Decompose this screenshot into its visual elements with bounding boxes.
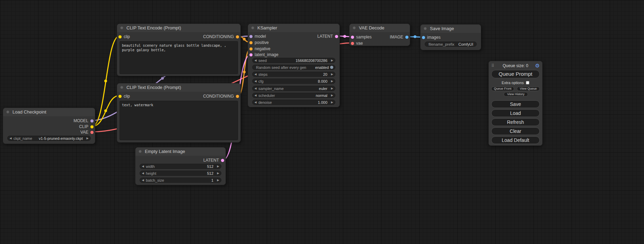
clear-button[interactable]: Clear <box>491 127 540 135</box>
increment-arrow-icon[interactable]: ▶ <box>215 172 221 175</box>
decrement-arrow-icon[interactable]: ◀ <box>140 165 146 168</box>
widget-height[interactable]: ◀ height 512 ▶ <box>140 171 221 176</box>
decrement-arrow-icon[interactable]: ◀ <box>140 179 146 182</box>
node-ksampler[interactable]: KSampler model positive negative latent_… <box>248 24 340 107</box>
output-slot-image[interactable]: IMAGE <box>350 34 410 40</box>
widget-steps[interactable]: ◀ steps 20 ▶ <box>252 72 335 77</box>
output-slot-latent[interactable]: LATENT <box>135 157 226 163</box>
output-slot-conditioning[interactable]: CONDITIONING <box>117 93 240 99</box>
input-slot-images[interactable]: images <box>421 35 481 40</box>
widget-value: 1.000 <box>272 100 329 105</box>
widget-random-seed-toggle[interactable]: Random seed after every gen enabled <box>252 65 335 70</box>
refresh-button[interactable]: Refresh <box>491 118 540 126</box>
widget-value: ComfyUI <box>455 42 476 46</box>
increment-arrow-icon[interactable]: ▶ <box>329 101 335 104</box>
increment-arrow-icon[interactable]: ▶ <box>85 137 90 140</box>
input-slot-vae[interactable]: vae <box>350 40 410 46</box>
node-clip-text-encode-positive[interactable]: CLIP Text Encode (Prompt) clip CONDITION… <box>117 24 241 76</box>
input-slot-latent-image[interactable]: latent_image <box>248 52 339 57</box>
increment-arrow-icon[interactable]: ▶ <box>329 80 335 83</box>
queue-prompt-button[interactable]: Queue Prompt <box>491 70 540 78</box>
widget-denoise[interactable]: ◀ denoise 1.000 ▶ <box>252 100 335 105</box>
decrement-arrow-icon[interactable]: ◀ <box>253 94 258 97</box>
save-button[interactable]: Save <box>491 100 540 108</box>
collapse-dot[interactable] <box>139 150 142 153</box>
collapse-dot[interactable] <box>120 86 123 89</box>
increment-arrow-icon[interactable]: ▶ <box>329 59 335 62</box>
widget-label: scheduler <box>258 93 275 98</box>
node-empty-latent-image[interactable]: Empty Latent Image LATENT ◀ width 512 ▶ … <box>135 147 226 185</box>
widget-label: cfg <box>258 79 264 83</box>
node-save-image[interactable]: Save Image images filename_prefix ComfyU… <box>420 24 481 50</box>
model-slot-dot[interactable] <box>90 119 94 123</box>
decrement-arrow-icon[interactable]: ◀ <box>253 59 258 62</box>
conditioning-slot-dot[interactable] <box>236 95 239 98</box>
widget-width[interactable]: ◀ width 512 ▶ <box>140 164 221 169</box>
widget-label: sampler_name <box>258 87 284 91</box>
link-midpoint-dot <box>104 109 107 112</box>
decrement-arrow-icon[interactable]: ◀ <box>253 80 258 83</box>
widget-scheduler[interactable]: ◀ scheduler normal ▶ <box>252 93 335 98</box>
input-slot-positive[interactable]: positive <box>248 40 339 45</box>
widget-ckpt-name[interactable]: ◀ ckpt_name v1-5-pruned-emaonly.ckpt ▶ <box>7 136 91 141</box>
prompt-textarea[interactable]: text, watermark <box>120 101 238 140</box>
widget-value: enabled <box>306 65 330 70</box>
image-slot-dot[interactable] <box>405 36 408 39</box>
load-default-button[interactable]: Load Default <box>491 136 540 144</box>
queue-menu-header: ⠿ Queue size: 0 ⚙ <box>489 63 542 69</box>
node-clip-text-encode-negative[interactable]: CLIP Text Encode (Prompt) clip CONDITION… <box>117 83 241 143</box>
widget-value: 156680208700286 <box>267 58 329 63</box>
view-history-button[interactable]: View History <box>504 92 528 97</box>
decrement-arrow-icon[interactable]: ◀ <box>140 172 146 175</box>
toggle-on-dot[interactable] <box>330 66 333 69</box>
image-slot-dot[interactable] <box>422 36 425 39</box>
node-title-label: CLIP Text Encode (Prompt) <box>126 25 181 30</box>
conditioning-slot-dot[interactable] <box>236 35 239 38</box>
load-button[interactable]: Load <box>491 109 540 117</box>
widget-filename-prefix[interactable]: filename_prefix ComfyUI <box>425 42 477 47</box>
slot-label: LATENT <box>317 34 333 39</box>
prompt-textarea[interactable]: beautiful scenery nature glass bottle la… <box>120 41 238 74</box>
latent-slot-dot[interactable] <box>221 159 224 162</box>
output-slot-vae[interactable]: VAE <box>3 129 95 135</box>
input-slot-negative[interactable]: negative <box>248 46 339 52</box>
widget-sampler-name[interactable]: ◀ sampler_name euler ▶ <box>252 86 335 91</box>
decrement-arrow-icon[interactable]: ◀ <box>253 73 258 76</box>
output-slot-latent[interactable]: LATENT <box>248 34 339 39</box>
link-midpoint-dot <box>161 77 164 80</box>
collapse-dot[interactable] <box>6 110 9 114</box>
increment-arrow-icon[interactable]: ▶ <box>329 73 335 76</box>
conditioning-slot-dot[interactable] <box>249 41 253 44</box>
clip-slot-dot[interactable] <box>90 125 94 128</box>
extra-options-checkbox[interactable] <box>526 81 529 84</box>
latent-slot-dot[interactable] <box>335 35 338 38</box>
widget-cfg[interactable]: ◀ cfg 8.000 ▶ <box>252 79 335 84</box>
vae-slot-dot[interactable] <box>90 131 94 134</box>
widget-batch-size[interactable]: ◀ batch_size 1 ▶ <box>140 178 221 183</box>
vae-slot-dot[interactable] <box>351 42 354 45</box>
graph-canvas[interactable]: Load Checkpoint MODEL CLIP VAE ◀ ckpt_na… <box>0 0 644 244</box>
increment-arrow-icon[interactable]: ▶ <box>329 94 335 97</box>
increment-arrow-icon[interactable]: ▶ <box>215 165 221 168</box>
node-vae-decode[interactable]: VAE Decode samples vae IMAGE <box>349 24 410 46</box>
node-load-checkpoint[interactable]: Load Checkpoint MODEL CLIP VAE ◀ ckpt_na… <box>3 108 95 144</box>
collapse-dot[interactable] <box>353 26 356 29</box>
output-slot-model[interactable]: MODEL <box>3 118 95 124</box>
node-title-label: CLIP Text Encode (Prompt) <box>126 85 181 90</box>
decrement-arrow-icon[interactable]: ◀ <box>253 101 258 104</box>
collapse-dot[interactable] <box>424 27 427 30</box>
output-slot-clip[interactable]: CLIP <box>3 124 95 129</box>
latent-slot-dot[interactable] <box>249 53 253 56</box>
queue-front-button[interactable]: Queue Front <box>491 87 514 91</box>
conditioning-slot-dot[interactable] <box>249 47 253 51</box>
widget-seed[interactable]: ◀ seed 156680208700286 ▶ <box>252 58 335 63</box>
increment-arrow-icon[interactable]: ▶ <box>215 179 221 182</box>
collapse-dot[interactable] <box>120 26 123 29</box>
decrement-arrow-icon[interactable]: ◀ <box>8 137 14 140</box>
view-queue-button[interactable]: View Queue <box>517 87 540 91</box>
gear-icon[interactable]: ⚙ <box>535 63 540 69</box>
decrement-arrow-icon[interactable]: ◀ <box>253 87 258 90</box>
increment-arrow-icon[interactable]: ▶ <box>329 87 335 90</box>
collapse-dot[interactable] <box>251 26 254 29</box>
output-slot-conditioning[interactable]: CONDITIONING <box>117 34 240 39</box>
